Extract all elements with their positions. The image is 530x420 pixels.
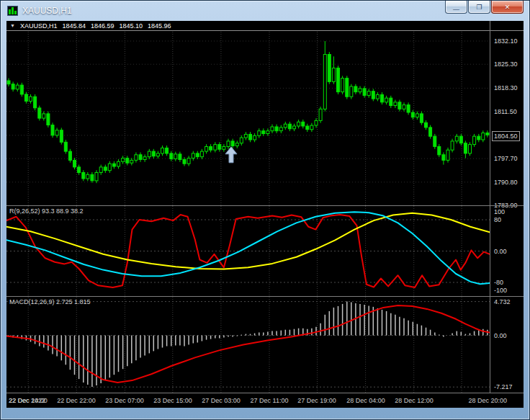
minimize-icon: — — [453, 6, 459, 13]
macd-chart-canvas[interactable] — [6, 297, 490, 393]
time-axis-label: 27 Dec 11:00 — [251, 397, 289, 404]
axis-value-label: 1832.10 — [494, 37, 518, 45]
time-axis-label: 27 Dec 03:00 — [202, 397, 241, 404]
time-axis-label: 22 Dec 22:00 — [57, 397, 96, 404]
time-axis-label: 22 Dec 14:00 — [9, 397, 48, 404]
axis-value-label: 1804.50 — [492, 131, 520, 141]
axis-value-label: 80 — [494, 215, 501, 224]
high-value: 1846.59 — [91, 22, 114, 30]
axis-value-label: -7.217 — [494, 383, 513, 391]
window-controls: — ❐ ✕ — [445, 1, 524, 14]
open-value: 1845.84 — [62, 22, 86, 30]
candlestick-chart-canvas[interactable] — [6, 21, 490, 205]
close-value: 1845.96 — [148, 22, 171, 30]
axis-value-label: 1818.30 — [494, 84, 518, 92]
axis-value-label: 1811.50 — [494, 107, 517, 116]
chart-client-area[interactable]: ▼ XAUUSD,H1 1845.84 1846.59 1845.10 1845… — [6, 21, 524, 408]
axis-value-label: 1825.30 — [494, 60, 518, 68]
macd-label: MACD(12,26,9) 2.725 1.815 — [9, 298, 91, 305]
time-axis-label: 28 Dec 12:00 — [395, 397, 434, 404]
time-axis[interactable]: 22 Dec 202222 Dec 14:0022 Dec 22:0023 De… — [6, 394, 524, 409]
axis-value-label: 4.732 — [494, 298, 511, 306]
axis-value-label: 0.00 — [494, 247, 507, 256]
application-window: XAUUSD,H1 — ❐ ✕ ▼ XAUUSD,H1 1845.84 1846… — [0, 0, 530, 420]
panel-separator[interactable] — [6, 205, 524, 206]
maximize-icon: ❐ — [476, 4, 482, 11]
time-axis-label: 28 Dec 04:00 — [346, 397, 385, 404]
macd-panel: MACD(12,26,9) 2.725 1.815 4.7320.00-7.21… — [6, 297, 524, 393]
chart-app-icon — [7, 6, 18, 16]
panel-separator[interactable] — [6, 393, 524, 393]
close-button[interactable]: ✕ — [491, 1, 524, 14]
macd-scale[interactable]: 4.7320.00-7.217 — [490, 297, 524, 393]
axis-value-label: 0.00 — [494, 331, 507, 340]
low-value: 1845.10 — [120, 22, 143, 30]
close-icon: ✕ — [505, 4, 511, 11]
price-panel: 1832.101825.301818.301811.501804.501797.… — [6, 21, 524, 205]
maximize-button[interactable]: ❐ — [468, 1, 490, 14]
oscillator-panel: R(9,26,52) 93.3 88.9 38.2 100800.00-80-1… — [6, 206, 524, 296]
time-axis-label: 23 Dec 07:00 — [105, 397, 144, 404]
axis-value-label: -100 — [494, 286, 507, 295]
panel-separator[interactable] — [6, 296, 524, 297]
oscillator-scale[interactable]: 100800.00-80-100 — [490, 206, 524, 296]
minimize-button[interactable]: — — [445, 1, 467, 14]
window-title: XAUUSD,H1 — [22, 6, 72, 16]
price-scale[interactable]: 1832.101825.301818.301811.501804.501797.… — [490, 21, 524, 205]
oscillator-chart-canvas[interactable] — [6, 206, 490, 296]
time-axis-label: 27 Dec 19:00 — [297, 397, 336, 404]
time-axis-label: 28 Dec 20:00 — [469, 397, 508, 404]
chart-symbol-label: XAUUSD,H1 — [20, 22, 58, 30]
scale-separator — [490, 21, 490, 393]
axis-value-label: 1790.80 — [494, 178, 518, 187]
time-axis-label: 23 Dec 15:00 — [153, 397, 192, 404]
arrow-up-object[interactable] — [225, 147, 237, 163]
ohlc-header: ▼ XAUUSD,H1 1845.84 1846.59 1845.10 1845… — [6, 21, 524, 31]
symbol-dropdown-icon[interactable]: ▼ — [10, 23, 15, 28]
axis-value-label: 1797.70 — [494, 154, 518, 163]
oscillator-label: R(9,26,52) 93.3 88.9 38.2 — [9, 207, 84, 215]
